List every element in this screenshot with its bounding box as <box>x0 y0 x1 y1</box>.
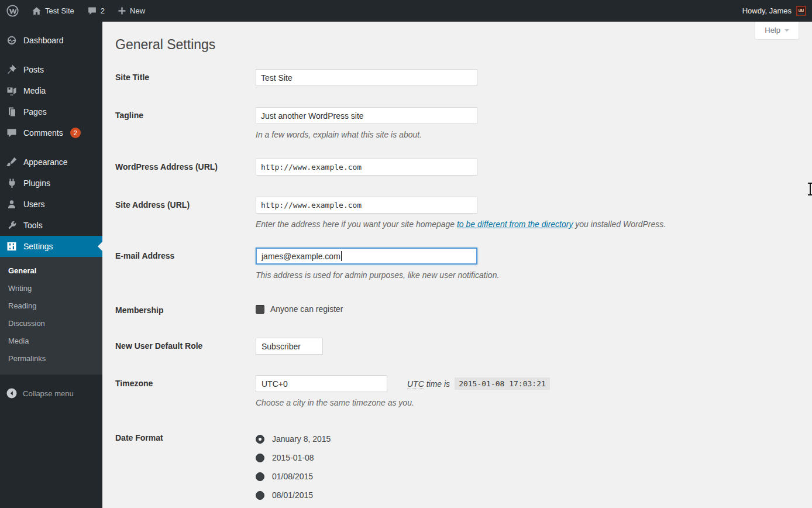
sidebar-item-plugins[interactable]: Plugins <box>0 173 102 194</box>
new-content-menu[interactable]: New <box>111 0 152 22</box>
sidebar-item-label: Comments <box>23 128 63 138</box>
sidebar-item-label: Settings <box>23 242 53 251</box>
sidebar-item-users[interactable]: Users <box>0 194 102 215</box>
sidebar-item-comments[interactable]: Comments 2 <box>0 122 102 143</box>
sidebar-item-label: Plugins <box>23 179 50 188</box>
text-caret <box>341 251 342 261</box>
date-format-option: 2015-01-08 <box>256 448 331 467</box>
date-format-label: Date Format <box>115 430 256 504</box>
timezone-select[interactable]: UTC+0 <box>256 375 387 392</box>
admin-bar-right: Howdy, James <box>737 0 812 22</box>
media-icon <box>6 85 18 97</box>
new-label: New <box>130 6 145 15</box>
date-format-option: January 8, 2015 <box>256 430 331 448</box>
email-row: E-mail Address james@example.com This ad… <box>115 248 789 280</box>
admin-bar-left: Test Site 2 New <box>0 0 152 22</box>
pushpin-icon <box>6 64 18 75</box>
comments-badge: 2 <box>70 128 81 138</box>
wrench-icon <box>6 219 18 231</box>
tagline-label: Tagline <box>115 107 256 139</box>
utc-abbr: UTC <box>407 379 424 389</box>
default-role-select[interactable]: Subscriber <box>256 338 323 355</box>
collapse-menu-button[interactable]: Collapse menu <box>0 382 102 405</box>
chevron-down-icon <box>785 29 789 34</box>
site-name-menu[interactable]: Test Site <box>25 0 81 22</box>
date-format-option: 08/01/2015 <box>256 486 331 504</box>
comment-bubble-icon <box>87 6 97 16</box>
date-format-option-label: 08/01/2015 <box>272 490 313 500</box>
sidebar-item-appearance[interactable]: Appearance <box>0 152 102 173</box>
default-role-value: Subscriber <box>262 342 301 351</box>
email-label: E-mail Address <box>115 248 256 280</box>
comments-shortcut[interactable]: 2 <box>81 0 111 22</box>
site-name-label: Test Site <box>45 6 74 15</box>
different-directory-link[interactable]: to be different from the directory <box>457 219 573 229</box>
sidebar-item-posts[interactable]: Posts <box>0 59 102 80</box>
howdy-label[interactable]: Howdy, James <box>742 6 792 15</box>
site-title-value: Test Site <box>261 73 293 83</box>
site-address-input[interactable]: http://www.example.com <box>256 197 477 214</box>
wp-address-row: WordPress Address (URL) http://www.examp… <box>115 159 789 176</box>
date-format-radio-1[interactable] <box>256 454 264 462</box>
timezone-value: UTC+0 <box>262 379 288 389</box>
sidebar-item-settings[interactable]: Settings <box>0 236 102 257</box>
tagline-input[interactable]: Just another WordPress site <box>256 107 477 124</box>
page-title: General Settings <box>115 35 789 54</box>
date-format-option-label: 01/08/2015 <box>272 472 313 481</box>
user-avatar[interactable] <box>796 6 806 16</box>
date-format-radio-2[interactable] <box>256 472 264 481</box>
site-title-label: Site Title <box>115 69 256 86</box>
timezone-help: Choose a city in the same timezone as yo… <box>256 398 550 407</box>
membership-row: Membership Anyone can register <box>115 302 789 315</box>
sidebar-item-media[interactable]: Media <box>0 80 102 101</box>
dashboard-icon <box>6 35 18 46</box>
wordpress-menu[interactable] <box>0 0 25 22</box>
sidebar-item-pages[interactable]: Pages <box>0 101 102 122</box>
timezone-row: Timezone UTC+0 UTC time is 2015-01-08 17… <box>115 375 789 407</box>
wordpress-logo-icon <box>6 5 19 17</box>
site-address-row: Site Address (URL) http://www.example.co… <box>115 197 789 229</box>
submenu-item-reading[interactable]: Reading <box>0 297 102 315</box>
submenu-item-general[interactable]: General <box>0 262 102 280</box>
site-address-value: http://www.example.com <box>261 201 362 210</box>
brush-icon <box>6 156 18 168</box>
sidebar-item-label: Dashboard <box>23 36 64 45</box>
sidebar-item-label: Users <box>23 200 45 209</box>
sidebar-item-tools[interactable]: Tools <box>0 215 102 236</box>
wp-address-label: WordPress Address (URL) <box>115 159 256 176</box>
email-value: james@example.com <box>262 252 340 261</box>
date-format-radio-0[interactable] <box>256 435 264 444</box>
wp-address-value: http://www.example.com <box>261 163 362 171</box>
submenu-item-permalinks[interactable]: Permalinks <box>0 350 102 368</box>
date-format-option: 01/08/2015 <box>256 467 331 486</box>
utc-time-code: 2015-01-08 17:03:21 <box>455 377 550 390</box>
anyone-can-register-checkbox[interactable] <box>256 305 264 314</box>
membership-label: Membership <box>115 302 256 315</box>
submenu-item-media[interactable]: Media <box>0 332 102 350</box>
sidebar-item-dashboard[interactable]: Dashboard <box>0 30 102 51</box>
plus-icon <box>118 6 126 15</box>
tagline-help: In a few words, explain what this site i… <box>256 130 477 139</box>
submenu-item-discussion[interactable]: Discussion <box>0 315 102 332</box>
pages-icon <box>6 106 18 118</box>
tagline-row: Tagline Just another WordPress site In a… <box>115 107 789 139</box>
date-format-row: Date Format January 8, 2015 2015-01-08 0… <box>115 430 789 504</box>
email-field[interactable]: james@example.com <box>256 248 477 265</box>
utc-time-display: UTC time is 2015-01-08 17:03:21 <box>407 377 550 390</box>
admin-sidebar: Dashboard Posts Media Pages Comments 2 A… <box>0 22 102 508</box>
admin-bar: Test Site 2 New Howdy, James <box>0 0 812 22</box>
default-role-label: New User Default Role <box>115 338 256 355</box>
tagline-value: Just another WordPress site <box>261 111 364 121</box>
date-format-option-label: January 8, 2015 <box>272 434 331 444</box>
plug-icon <box>6 177 18 189</box>
timezone-label: Timezone <box>115 375 256 407</box>
wp-address-input[interactable]: http://www.example.com <box>256 159 477 176</box>
site-title-input[interactable]: Test Site <box>256 69 477 86</box>
email-help: This address is used for admin purposes,… <box>256 270 499 280</box>
collapse-menu-label: Collapse menu <box>23 389 74 398</box>
help-button[interactable]: Help <box>755 22 799 40</box>
home-icon <box>32 6 42 16</box>
date-format-radio-3[interactable] <box>256 491 264 500</box>
comments-count: 2 <box>101 6 105 15</box>
submenu-item-writing[interactable]: Writing <box>0 280 102 297</box>
